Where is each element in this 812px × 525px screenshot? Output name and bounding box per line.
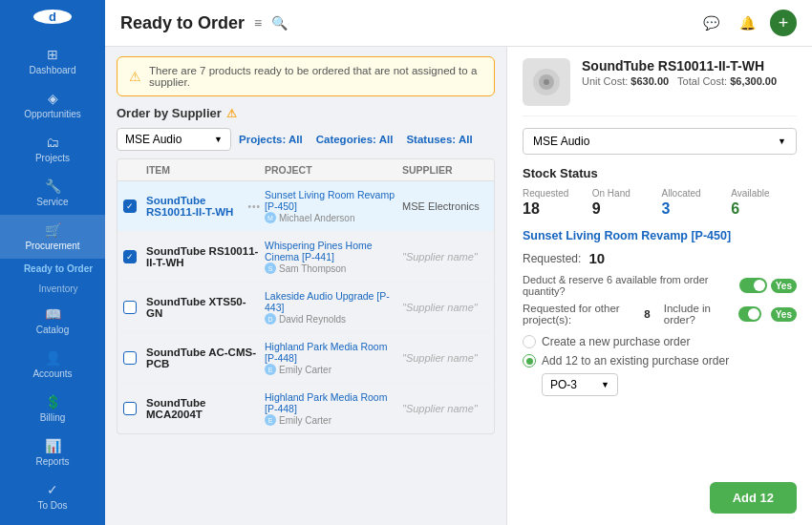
table-row[interactable]: SoundTube XTS50-GN Lakeside Audio Upgrad… <box>118 283 494 333</box>
project-link[interactable]: Sunset Living Room Revamp [P-450] <box>265 189 398 212</box>
table-row[interactable]: SoundTube AC-CMS-PCB Highland Park Media… <box>118 333 494 384</box>
project-link[interactable]: Lakeside Audio Upgrade [P-443] <box>265 290 398 313</box>
order-warn-icon: ⚠ <box>226 107 237 120</box>
sidebar-item-reports[interactable]: 📊 Reports <box>0 430 105 474</box>
project-cell: Lakeside Audio Upgrade [P-443] D David R… <box>265 290 398 325</box>
categories-filter[interactable]: Categories: All <box>316 134 394 145</box>
warning-icon: ⚠ <box>129 69 141 84</box>
ready-to-order-label: Ready to Order <box>24 263 93 274</box>
project-person: M Michael Anderson <box>265 212 398 223</box>
row-checkbox[interactable]: ✓ <box>123 200 137 213</box>
radio-existing-circle <box>523 354 536 368</box>
project-cell: Sunset Living Room Revamp [P-450] M Mich… <box>265 189 398 223</box>
notification-icon[interactable]: 🔔 <box>734 10 760 36</box>
sidebar-label-billing: Billing <box>40 412 66 423</box>
product-supplier-dropdown[interactable]: MSE Audio ▼ <box>523 128 797 155</box>
supplier-chevron-icon: ▼ <box>778 136 786 146</box>
stock-allocated: Allocated 3 <box>662 188 728 218</box>
project-person: E Emily Carter <box>265 414 398 426</box>
header-left: Ready to Order ≡ 🔍 <box>120 13 288 33</box>
table-row[interactable]: ✓ SoundTube RS10011-II-T-WH ••• Sunset L… <box>118 181 494 232</box>
add-button[interactable]: + <box>770 10 797 36</box>
sidebar-item-procurement[interactable]: 🛒 Procurement <box>0 215 105 259</box>
project-person: E Emily Carter <box>265 364 398 375</box>
row-checkbox[interactable] <box>123 402 137 415</box>
sidebar-item-projects[interactable]: 🗂 Projects <box>0 127 105 171</box>
stock-on-hand-val: 9 <box>592 200 601 218</box>
project-cell: Highland Park Media Room [P-448] E Emily… <box>265 341 398 375</box>
sidebar-label-accounts: Accounts <box>32 368 72 379</box>
left-panel: ⚠ There are 7 products ready to be order… <box>105 47 506 525</box>
product-info: SoundTube RS10011-II-T-WH Unit Cost: $63… <box>582 58 797 87</box>
deduct-toggle-label: Yes <box>771 279 797 293</box>
project-link[interactable]: Highland Park Media Room [P-448] <box>265 341 398 364</box>
statuses-filter[interactable]: Statuses: All <box>406 134 472 145</box>
sidebar-item-billing[interactable]: 💲 Billing <box>0 387 105 430</box>
chat-icon[interactable]: 💬 <box>697 10 724 36</box>
sidebar-sub-ready-to-order[interactable]: Ready to Order <box>11 259 105 279</box>
sidebar: d ⊞ Dashboard ◈ Opportunities 🗂 Projects… <box>0 0 105 525</box>
projects-icon: 🗂 <box>46 135 59 150</box>
add-button[interactable]: Add 12 <box>710 482 797 514</box>
po-value: PO-3 <box>550 378 577 391</box>
sidebar-item-settings[interactable]: ⚙ Settings <box>0 518 105 525</box>
unit-cost-label: Unit Cost: <box>582 75 628 87</box>
toggle-knob <box>754 280 765 291</box>
sidebar-label-service: Service <box>36 197 68 207</box>
supplier-select-value: MSE Audio <box>125 133 182 146</box>
row-checkbox[interactable] <box>123 351 137 365</box>
warning-banner: ⚠ There are 7 products ready to be order… <box>117 56 495 96</box>
sidebar-item-dashboard[interactable]: ⊞ Dashboard <box>0 39 105 83</box>
item-dots: ••• <box>247 201 261 212</box>
sidebar-sub-inventory[interactable]: Inventory <box>11 279 105 299</box>
person-avatar: E <box>265 414 276 426</box>
categories-filter-label: Categories: All <box>316 134 394 145</box>
person-avatar: D <box>265 313 276 325</box>
po-select[interactable]: PO-3 ▼ <box>542 373 618 396</box>
col-item: ITEM <box>146 164 261 176</box>
supplier-cell: "Supplier name" <box>402 403 488 414</box>
product-supplier-value: MSE Audio <box>533 135 589 148</box>
sidebar-item-catalog[interactable]: 📖 Catalog <box>0 299 105 343</box>
sidebar-logo[interactable]: d <box>33 10 72 24</box>
sidebar-item-service[interactable]: 🔧 Service <box>0 171 105 215</box>
stock-status-title: Stock Status <box>523 166 797 180</box>
product-header: SoundTube RS10011-II-T-WH Unit Cost: $63… <box>523 58 797 116</box>
supplier-select[interactable]: MSE Audio ▼ <box>117 128 231 151</box>
sidebar-label-todos: To Dos <box>37 500 67 511</box>
sidebar-label-opportunities: Opportunities <box>24 109 80 119</box>
project-link[interactable]: Highland Park Media Room [P-448] <box>265 391 398 414</box>
project-link[interactable]: Whispering Pines Home Cinema [P-441] <box>265 240 398 262</box>
stock-available-val: 6 <box>731 200 739 218</box>
table-row[interactable]: SoundTube MCA2004T Highland Park Media R… <box>118 384 494 433</box>
radio-existing-label: Add 12 to an existing purchase order <box>542 354 729 368</box>
po-row: PO-3 ▼ <box>542 373 797 396</box>
row-checkbox[interactable] <box>123 301 137 314</box>
include-toggle[interactable] <box>738 306 761 322</box>
project-cell: Whispering Pines Home Cinema [P-441] S S… <box>265 240 398 274</box>
row-checkbox[interactable]: ✓ <box>123 250 137 263</box>
person-avatar: S <box>265 262 276 274</box>
deduct-toggle[interactable] <box>739 278 766 293</box>
projects-filter[interactable]: Projects: All <box>239 134 303 145</box>
service-icon: 🔧 <box>45 178 61 194</box>
opportunities-icon: ◈ <box>48 91 58 106</box>
sidebar-item-opportunities[interactable]: ◈ Opportunities <box>0 83 105 127</box>
table-row[interactable]: ✓ SoundTube RS10011-II-T-WH Whispering P… <box>118 232 494 283</box>
supplier-cell: MSE Electronics <box>402 200 488 212</box>
radio-existing-po[interactable]: Add 12 to an existing purchase order <box>523 354 797 368</box>
sidebar-label-dashboard: Dashboard <box>30 65 76 75</box>
search-icon[interactable]: 🔍 <box>271 15 288 31</box>
filter-icon[interactable]: ≡ <box>254 15 262 31</box>
item-cell: SoundTube MCA2004T <box>146 397 261 420</box>
sidebar-label-projects: Projects <box>35 153 70 163</box>
total-cost-value: $6,300.00 <box>730 75 777 87</box>
todos-icon: ✓ <box>47 482 58 497</box>
radio-new-po[interactable]: Create a new purchase order <box>523 335 797 348</box>
include-row: Requested for other project(s): 8 Includ… <box>523 303 797 326</box>
svg-point-2 <box>544 79 549 85</box>
sidebar-item-accounts[interactable]: 👤 Accounts <box>0 343 105 387</box>
requested-val: 10 <box>588 250 605 266</box>
page-title: Ready to Order <box>120 13 245 33</box>
sidebar-item-todos[interactable]: ✓ To Dos <box>0 474 105 518</box>
